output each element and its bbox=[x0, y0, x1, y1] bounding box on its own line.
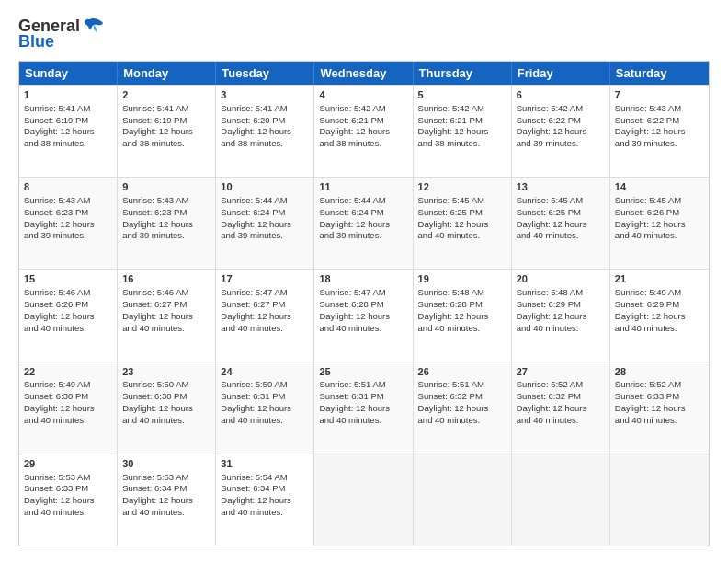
day-info-line: Sunset: 6:22 PM bbox=[615, 115, 704, 127]
day-number: 25 bbox=[319, 365, 407, 379]
day-info-line: and 40 minutes. bbox=[615, 415, 704, 427]
day-info-line: and 40 minutes. bbox=[122, 415, 210, 427]
day-number: 16 bbox=[122, 272, 210, 286]
week-row-3: 15Sunrise: 5:46 AMSunset: 6:26 PMDayligh… bbox=[19, 269, 709, 361]
day-number: 5 bbox=[418, 88, 506, 102]
cal-cell-4-2: 31Sunrise: 5:54 AMSunset: 6:34 PMDayligh… bbox=[216, 454, 314, 546]
day-info-line: Sunset: 6:26 PM bbox=[615, 207, 704, 219]
day-info-line: Sunrise: 5:53 AM bbox=[24, 472, 112, 484]
day-info-line: Sunset: 6:23 PM bbox=[122, 207, 210, 219]
day-number: 21 bbox=[615, 272, 704, 286]
cal-cell-0-3: 4Sunrise: 5:42 AMSunset: 6:21 PMDaylight… bbox=[314, 86, 413, 177]
cal-cell-0-1: 2Sunrise: 5:41 AMSunset: 6:19 PMDaylight… bbox=[118, 86, 216, 177]
day-info-line: and 40 minutes. bbox=[319, 323, 407, 335]
day-info-line: Daylight: 12 hours bbox=[615, 126, 704, 138]
logo-blue-text: Blue bbox=[18, 32, 54, 52]
day-info-line: Sunset: 6:34 PM bbox=[122, 483, 210, 495]
cal-cell-2-6: 21Sunrise: 5:49 AMSunset: 6:29 PMDayligh… bbox=[610, 270, 709, 361]
day-info-line: Sunset: 6:28 PM bbox=[319, 299, 407, 311]
day-info-line: Sunrise: 5:43 AM bbox=[24, 195, 112, 207]
cal-cell-1-3: 11Sunrise: 5:44 AMSunset: 6:24 PMDayligh… bbox=[314, 178, 413, 269]
day-info-line: Sunrise: 5:48 AM bbox=[517, 287, 605, 299]
day-info-line: Sunrise: 5:47 AM bbox=[221, 287, 309, 299]
day-info-line: Daylight: 12 hours bbox=[122, 403, 210, 415]
cal-cell-0-4: 5Sunrise: 5:42 AMSunset: 6:21 PMDaylight… bbox=[414, 86, 512, 177]
day-info-line: Sunrise: 5:50 AM bbox=[122, 379, 210, 391]
day-info-line: and 39 minutes. bbox=[221, 230, 309, 242]
cal-cell-3-3: 25Sunrise: 5:51 AMSunset: 6:31 PMDayligh… bbox=[314, 362, 413, 454]
day-info-line: Sunrise: 5:50 AM bbox=[221, 379, 309, 391]
cal-cell-4-6 bbox=[610, 454, 709, 546]
day-info-line: Daylight: 12 hours bbox=[418, 403, 506, 415]
day-info-line: and 40 minutes. bbox=[221, 415, 309, 427]
day-info-line: Sunset: 6:24 PM bbox=[221, 207, 309, 219]
calendar: Sunday Monday Tuesday Wednesday Thursday… bbox=[18, 61, 710, 546]
day-info-line: and 39 minutes. bbox=[615, 138, 704, 150]
day-info-line: and 39 minutes. bbox=[122, 230, 210, 242]
day-info-line: Daylight: 12 hours bbox=[517, 126, 605, 138]
day-info-line: Sunrise: 5:41 AM bbox=[221, 103, 309, 115]
day-number: 26 bbox=[418, 365, 506, 379]
cal-cell-3-1: 23Sunrise: 5:50 AMSunset: 6:30 PMDayligh… bbox=[118, 362, 216, 454]
day-info-line: Daylight: 12 hours bbox=[319, 219, 407, 231]
cal-cell-1-5: 13Sunrise: 5:45 AMSunset: 6:25 PMDayligh… bbox=[512, 178, 610, 269]
day-info-line: Sunrise: 5:43 AM bbox=[615, 103, 704, 115]
day-number: 20 bbox=[517, 272, 605, 286]
cal-cell-3-6: 28Sunrise: 5:52 AMSunset: 6:33 PMDayligh… bbox=[610, 362, 709, 454]
day-number: 1 bbox=[24, 88, 112, 102]
day-number: 31 bbox=[221, 457, 309, 471]
day-info-line: Sunset: 6:30 PM bbox=[122, 391, 210, 403]
day-info-line: Sunset: 6:31 PM bbox=[221, 391, 309, 403]
day-info-line: and 38 minutes. bbox=[122, 138, 210, 150]
day-info-line: Sunset: 6:19 PM bbox=[24, 115, 112, 127]
day-info-line: Sunrise: 5:46 AM bbox=[24, 287, 112, 299]
day-number: 19 bbox=[418, 272, 506, 286]
day-info-line: Sunset: 6:29 PM bbox=[517, 299, 605, 311]
cal-cell-2-3: 18Sunrise: 5:47 AMSunset: 6:28 PMDayligh… bbox=[314, 270, 413, 361]
cal-cell-3-0: 22Sunrise: 5:49 AMSunset: 6:30 PMDayligh… bbox=[19, 362, 118, 454]
day-info-line: and 40 minutes. bbox=[24, 415, 112, 427]
day-number: 23 bbox=[122, 365, 210, 379]
header-friday: Friday bbox=[512, 62, 610, 85]
cal-cell-1-6: 14Sunrise: 5:45 AMSunset: 6:26 PMDayligh… bbox=[610, 178, 709, 269]
day-number: 29 bbox=[24, 457, 112, 471]
day-info-line: Sunset: 6:34 PM bbox=[221, 483, 309, 495]
day-info-line: and 39 minutes. bbox=[517, 138, 605, 150]
day-info-line: Sunrise: 5:49 AM bbox=[24, 379, 112, 391]
logo: General Blue bbox=[18, 17, 105, 52]
day-info-line: and 40 minutes. bbox=[615, 230, 704, 242]
cal-cell-3-4: 26Sunrise: 5:51 AMSunset: 6:32 PMDayligh… bbox=[414, 362, 512, 454]
day-info-line: and 40 minutes. bbox=[221, 323, 309, 335]
day-info-line: Sunset: 6:26 PM bbox=[24, 299, 112, 311]
day-info-line: and 40 minutes. bbox=[418, 230, 506, 242]
header-thursday: Thursday bbox=[414, 62, 512, 85]
day-info-line: Sunset: 6:23 PM bbox=[24, 207, 112, 219]
day-info-line: Daylight: 12 hours bbox=[517, 311, 605, 323]
day-info-line: Sunrise: 5:45 AM bbox=[517, 195, 605, 207]
day-info-line: Daylight: 12 hours bbox=[122, 495, 210, 507]
day-info-line: Daylight: 12 hours bbox=[517, 219, 605, 231]
day-info-line: Daylight: 12 hours bbox=[122, 311, 210, 323]
day-info-line: Sunrise: 5:45 AM bbox=[418, 195, 506, 207]
page: General Blue Sunday Monday Tuesday Wedne… bbox=[0, 0, 728, 563]
day-info-line: Daylight: 12 hours bbox=[221, 495, 309, 507]
day-info-line: Sunset: 6:27 PM bbox=[122, 299, 210, 311]
logo-bird-icon bbox=[83, 17, 105, 34]
day-info-line: Sunrise: 5:49 AM bbox=[615, 287, 704, 299]
day-number: 10 bbox=[221, 180, 309, 194]
day-info-line: Sunrise: 5:52 AM bbox=[517, 379, 605, 391]
week-row-2: 8Sunrise: 5:43 AMSunset: 6:23 PMDaylight… bbox=[19, 177, 709, 269]
day-number: 11 bbox=[319, 180, 407, 194]
day-info-line: Daylight: 12 hours bbox=[615, 219, 704, 231]
day-info-line: Sunset: 6:25 PM bbox=[418, 207, 506, 219]
cal-cell-4-0: 29Sunrise: 5:53 AMSunset: 6:33 PMDayligh… bbox=[19, 454, 118, 546]
day-number: 9 bbox=[122, 180, 210, 194]
day-info-line: Sunrise: 5:44 AM bbox=[319, 195, 407, 207]
day-info-line: Daylight: 12 hours bbox=[24, 403, 112, 415]
day-info-line: Sunrise: 5:48 AM bbox=[418, 287, 506, 299]
cal-cell-1-4: 12Sunrise: 5:45 AMSunset: 6:25 PMDayligh… bbox=[414, 178, 512, 269]
header-saturday: Saturday bbox=[610, 62, 709, 85]
cal-cell-2-2: 17Sunrise: 5:47 AMSunset: 6:27 PMDayligh… bbox=[216, 270, 314, 361]
day-info-line: Daylight: 12 hours bbox=[319, 126, 407, 138]
day-info-line: and 40 minutes. bbox=[319, 415, 407, 427]
